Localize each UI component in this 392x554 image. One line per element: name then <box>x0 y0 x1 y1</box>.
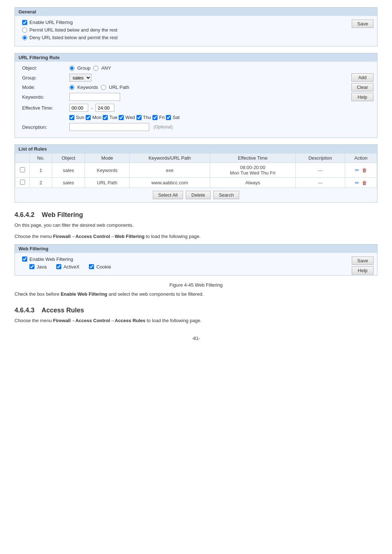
web-filtering-buttons: Save Help <box>352 257 373 275</box>
activex-checkbox[interactable] <box>56 264 61 269</box>
list-of-rules-body: No. Object Mode Keywords/URL Path Effect… <box>15 153 377 202</box>
enable-web-filtering-checkbox[interactable] <box>22 257 27 262</box>
list-of-rules-header: List of Rules <box>15 145 377 153</box>
row2-delete-icon[interactable]: 🗑 <box>362 180 367 186</box>
row1-effective-time: 08:00-20:00 Mon Tue Wed Thu Fri <box>210 163 295 178</box>
row2-checkbox-cell <box>15 178 30 188</box>
row2-checkbox[interactable] <box>20 180 25 185</box>
web-filtering-help-button[interactable]: Help <box>352 266 373 275</box>
clear-button[interactable]: Clear <box>351 83 373 91</box>
section-463-para-suffix: to load the following page. <box>146 318 202 323</box>
object-any-label: ANY <box>101 65 111 71</box>
fri-label: Fri <box>159 115 164 120</box>
row1-no: 1 <box>30 163 52 178</box>
time-end-input[interactable] <box>95 104 114 112</box>
permit-radio[interactable] <box>22 28 27 33</box>
col-keywords: Keywords/URL Path <box>130 153 210 163</box>
thu-checkbox[interactable] <box>136 115 142 120</box>
activex-label: ActiveX <box>64 264 79 270</box>
object-label: Object: <box>22 65 69 71</box>
mode-label: Mode: <box>22 85 69 90</box>
general-panel-body: Enable URL Filtering Permit URL listed b… <box>15 16 377 46</box>
help-button[interactable]: Help <box>351 93 373 101</box>
enable-url-filtering-checkbox[interactable] <box>22 20 27 25</box>
add-button[interactable]: Add <box>351 73 373 82</box>
rules-table: No. Object Mode Keywords/URL Path Effect… <box>15 153 377 188</box>
web-filtering-body: Enable Web Filtering Java ActiveX Cookie… <box>15 253 377 275</box>
group-row: Group: sales <box>22 74 370 82</box>
mode-row: Mode: Keywords URL Path Add Clear Help <box>22 85 370 90</box>
object-row: Object: Group ANY <box>22 65 370 71</box>
table-row: 1 sales Keywords exe 08:00-20:00 Mon Tue… <box>15 163 377 178</box>
mode-urlpath-radio[interactable] <box>101 85 106 90</box>
mon-checkbox[interactable] <box>86 115 91 120</box>
table-header-row: No. Object Mode Keywords/URL Path Effect… <box>15 153 377 163</box>
select-all-button[interactable]: Select All <box>153 191 183 199</box>
para3-bold: Enable Web Filtering <box>61 291 107 297</box>
row1-action: ✏ 🗑 <box>345 163 377 178</box>
tue-label: Tue <box>109 115 117 120</box>
java-label: Java <box>37 264 46 270</box>
section-463-para-path: Firewall→Access Control→Access Rules <box>53 318 145 323</box>
section-463-para-prefix: Choose the menu <box>15 318 53 323</box>
row2-object: sales <box>52 178 85 188</box>
wed-checkbox[interactable] <box>119 115 124 120</box>
row1-delete-icon[interactable]: 🗑 <box>362 167 367 173</box>
java-checkbox[interactable] <box>29 264 34 269</box>
object-any-radio[interactable] <box>93 66 98 71</box>
optional-label: (Optional) <box>154 124 173 130</box>
general-panel-header: General <box>15 8 377 16</box>
web-filtering-save-button[interactable]: Save <box>352 257 373 265</box>
row1-description: --- <box>295 163 345 178</box>
object-group-radio[interactable] <box>69 66 74 71</box>
enable-url-filtering-row: Enable URL Filtering <box>22 20 370 25</box>
group-label: Group: <box>22 75 69 81</box>
mon-label: Mon <box>92 115 101 120</box>
effective-time-row: Effective Time: - <box>22 104 370 112</box>
para2-prefix: Choose the menu <box>15 234 53 239</box>
row1-checkbox[interactable] <box>20 167 25 172</box>
row1-edit-icon[interactable]: ✏ <box>355 167 359 173</box>
effective-time-controls: - <box>69 104 370 112</box>
row1-mode: Keywords <box>85 163 130 178</box>
enable-web-filtering-label: Enable Web Filtering <box>29 257 73 262</box>
row2-edit-icon[interactable]: ✏ <box>355 180 359 186</box>
col-action: Action <box>345 153 377 163</box>
delete-button[interactable]: Delete <box>186 191 211 199</box>
col-no: No. <box>30 153 52 163</box>
section-463: 4.6.4.3 Access Rules Choose the menu Fir… <box>15 307 377 325</box>
description-controls: (Optional) <box>69 123 370 131</box>
para2-path: Firewall→Access Control→Web Filtering <box>53 234 144 239</box>
keywords-input[interactable] <box>69 93 120 101</box>
figure-45-caption: Figure 4-45 Web Filtering <box>15 282 377 288</box>
mode-keywords-radio[interactable] <box>69 85 74 90</box>
mode-urlpath-label: URL Path <box>109 85 129 90</box>
col-description: Description <box>295 153 345 163</box>
time-start-input[interactable] <box>69 104 88 112</box>
deny-radio[interactable] <box>22 35 27 40</box>
effective-time-label: Effective Time: <box>22 105 69 111</box>
list-of-rules-panel: List of Rules No. Object Mode Keywords/U… <box>15 144 377 202</box>
group-select[interactable]: sales <box>69 74 91 82</box>
description-row: Description: (Optional) <box>22 123 370 131</box>
fri-checkbox[interactable] <box>152 115 158 120</box>
col-checkbox <box>15 153 30 163</box>
url-filtering-rule-header: URL Filtering Rule <box>15 53 377 62</box>
sun-checkbox[interactable] <box>69 115 74 120</box>
description-label: Description: <box>22 124 69 130</box>
general-save-button[interactable]: Save <box>352 20 373 28</box>
page-number: -81- <box>15 336 377 341</box>
para3-prefix: Check the box before <box>15 291 61 297</box>
cookie-checkbox[interactable] <box>89 264 94 269</box>
description-input[interactable] <box>69 123 149 131</box>
sat-checkbox[interactable] <box>166 115 171 120</box>
time-separator: - <box>91 105 93 111</box>
row2-time-line1: Always <box>213 180 293 185</box>
section-463-title: 4.6.4.3 Access Rules <box>15 307 377 314</box>
search-button[interactable]: Search <box>213 191 239 199</box>
tue-checkbox[interactable] <box>103 115 108 120</box>
keywords-label: Keywords: <box>22 94 69 100</box>
keywords-controls <box>69 93 370 101</box>
thu-label: Thu <box>143 115 151 120</box>
group-controls: sales <box>69 74 370 82</box>
